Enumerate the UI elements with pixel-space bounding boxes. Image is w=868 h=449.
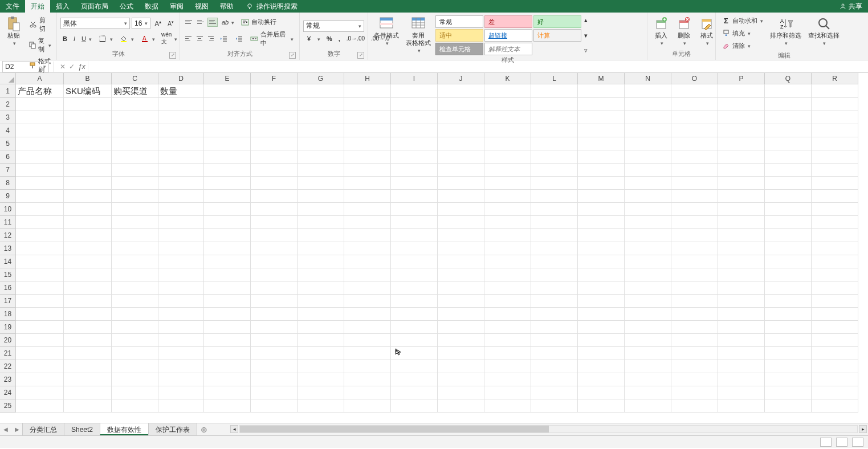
cell[interactable]: SKU编码 bbox=[64, 84, 112, 98]
cell[interactable] bbox=[578, 190, 625, 203]
cell[interactable] bbox=[531, 373, 578, 386]
cell[interactable] bbox=[16, 373, 64, 386]
cell[interactable] bbox=[204, 360, 251, 373]
cell[interactable] bbox=[204, 203, 251, 216]
cell[interactable] bbox=[344, 321, 391, 334]
cell[interactable] bbox=[204, 386, 251, 399]
row-header[interactable]: 1 bbox=[0, 84, 16, 98]
cell[interactable] bbox=[578, 373, 625, 386]
cell[interactable] bbox=[531, 203, 578, 216]
cell[interactable] bbox=[112, 334, 158, 347]
cell[interactable] bbox=[64, 150, 112, 164]
cell[interactable] bbox=[625, 321, 671, 334]
cell[interactable] bbox=[64, 137, 112, 150]
row-header[interactable]: 14 bbox=[0, 255, 16, 268]
cell[interactable] bbox=[16, 98, 64, 111]
cell[interactable] bbox=[671, 255, 718, 268]
cell[interactable] bbox=[112, 399, 158, 413]
cell[interactable] bbox=[531, 164, 578, 177]
cell[interactable] bbox=[718, 242, 765, 255]
cell[interactable] bbox=[64, 321, 112, 334]
cell[interactable] bbox=[531, 150, 578, 164]
cell[interactable] bbox=[158, 295, 204, 308]
cell[interactable] bbox=[298, 373, 344, 386]
cell[interactable] bbox=[812, 150, 858, 164]
cell[interactable] bbox=[625, 399, 671, 413]
cell[interactable] bbox=[64, 281, 112, 295]
cell[interactable] bbox=[625, 203, 671, 216]
cell[interactable] bbox=[16, 216, 64, 229]
cell[interactable] bbox=[765, 177, 812, 190]
cell[interactable] bbox=[16, 164, 64, 177]
row-header[interactable]: 17 bbox=[0, 295, 16, 308]
cell[interactable] bbox=[16, 268, 64, 281]
cell[interactable] bbox=[204, 190, 251, 203]
new-sheet-button[interactable]: ⊕ bbox=[197, 425, 211, 434]
cell[interactable] bbox=[671, 386, 718, 399]
cell[interactable] bbox=[625, 308, 671, 321]
copy-button[interactable]: 复制 bbox=[26, 35, 54, 55]
cell[interactable] bbox=[812, 98, 858, 111]
cell[interactable] bbox=[64, 229, 112, 242]
hscroll-right[interactable]: ▸ bbox=[859, 425, 867, 433]
share-button[interactable]: 共享 bbox=[840, 2, 862, 11]
cell[interactable] bbox=[718, 268, 765, 281]
cell[interactable] bbox=[298, 308, 344, 321]
cell[interactable] bbox=[812, 255, 858, 268]
column-header[interactable]: D bbox=[158, 73, 204, 84]
cell[interactable] bbox=[251, 399, 298, 413]
column-header[interactable]: R bbox=[812, 73, 858, 84]
cell[interactable] bbox=[484, 229, 531, 242]
cell[interactable] bbox=[112, 373, 158, 386]
cell[interactable] bbox=[438, 177, 484, 190]
cell[interactable] bbox=[344, 295, 391, 308]
cell[interactable] bbox=[298, 321, 344, 334]
grow-font-button[interactable]: A▴ bbox=[152, 18, 164, 29]
cell[interactable] bbox=[531, 268, 578, 281]
accounting-format-button[interactable]: ¥ bbox=[303, 33, 323, 44]
cell[interactable] bbox=[391, 386, 438, 399]
cell[interactable] bbox=[251, 177, 298, 190]
fill-button[interactable]: 填充 bbox=[719, 27, 765, 39]
cell[interactable] bbox=[204, 98, 251, 111]
cell[interactable] bbox=[484, 308, 531, 321]
cell[interactable] bbox=[671, 98, 718, 111]
cell[interactable] bbox=[812, 308, 858, 321]
cell[interactable] bbox=[16, 177, 64, 190]
cell[interactable] bbox=[344, 334, 391, 347]
cell[interactable] bbox=[718, 124, 765, 137]
cell[interactable] bbox=[112, 242, 158, 255]
cell[interactable] bbox=[578, 229, 625, 242]
cell[interactable] bbox=[344, 347, 391, 360]
cell[interactable] bbox=[16, 124, 64, 137]
cell[interactable] bbox=[112, 255, 158, 268]
cell[interactable] bbox=[765, 229, 812, 242]
cell[interactable] bbox=[344, 360, 391, 373]
cell[interactable] bbox=[298, 334, 344, 347]
cell[interactable] bbox=[344, 98, 391, 111]
row-header[interactable]: 15 bbox=[0, 268, 16, 281]
cell[interactable] bbox=[718, 150, 765, 164]
cell[interactable] bbox=[16, 137, 64, 150]
cell[interactable] bbox=[64, 216, 112, 229]
cell[interactable] bbox=[16, 150, 64, 164]
cell[interactable] bbox=[391, 177, 438, 190]
cell[interactable] bbox=[298, 150, 344, 164]
horizontal-scrollbar[interactable]: ◂ ▸ bbox=[239, 425, 858, 434]
cell[interactable] bbox=[484, 203, 531, 216]
cell[interactable] bbox=[251, 137, 298, 150]
cell[interactable] bbox=[16, 321, 64, 334]
cell[interactable] bbox=[344, 399, 391, 413]
cell[interactable] bbox=[158, 308, 204, 321]
cell[interactable] bbox=[251, 203, 298, 216]
cell[interactable] bbox=[438, 216, 484, 229]
cell[interactable] bbox=[765, 190, 812, 203]
cell[interactable] bbox=[578, 84, 625, 98]
cell[interactable] bbox=[531, 321, 578, 334]
cell[interactable] bbox=[344, 386, 391, 399]
cell[interactable] bbox=[671, 308, 718, 321]
cell[interactable] bbox=[112, 308, 158, 321]
cell[interactable] bbox=[531, 347, 578, 360]
menu-tab-1[interactable]: 开始 bbox=[25, 0, 50, 13]
cell[interactable] bbox=[765, 124, 812, 137]
